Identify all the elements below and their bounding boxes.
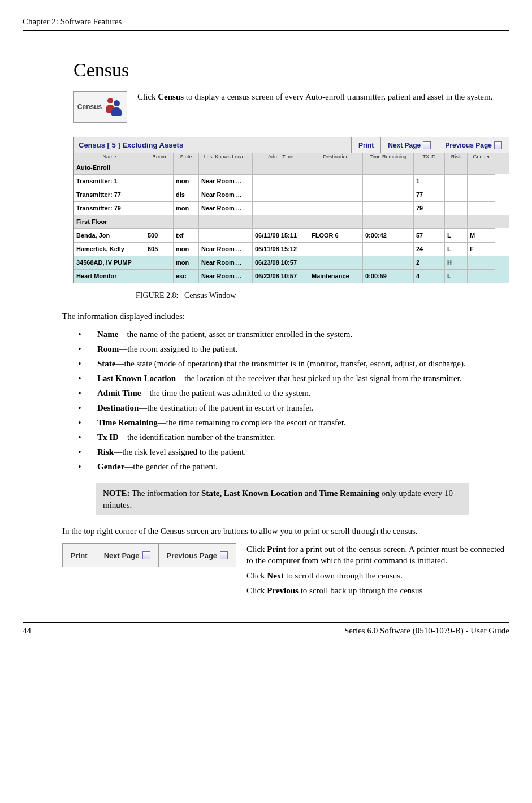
page-footer: 44 Series 6.0 Software (0510-1079-B) - U…: [23, 622, 509, 636]
cell: [309, 161, 362, 174]
table-row[interactable]: Transmitter: 77disNear Room ...77: [74, 188, 509, 201]
print-label: Print: [71, 551, 88, 560]
bullet-bold: Risk: [97, 447, 114, 456]
cell: 500: [145, 228, 173, 242]
bullet-rest: —the risk level assigned to the patient.: [114, 447, 246, 456]
col-name[interactable]: Name: [74, 153, 145, 161]
col-dest[interactable]: Destination: [309, 153, 362, 161]
table-row[interactable]: Heart MonitorescNear Room ...06/23/08 10…: [74, 269, 509, 283]
cell: Benda, Jon: [74, 228, 145, 242]
list-item: Time Remaining—the time remaining to com…: [73, 417, 509, 429]
bullet-rest: —the identification number of the transm…: [119, 433, 275, 442]
cell: [362, 242, 413, 256]
bullet-list: Name—the name of the patient, asset or t…: [73, 329, 509, 473]
cell: 06/11/08 15:11: [252, 228, 309, 242]
list-item: Room—the room assigned to the patient.: [73, 343, 509, 355]
cell: 34568AD, IV PUMP: [74, 256, 145, 269]
cell: Transmitter: 77: [74, 188, 145, 201]
cell: 2: [413, 256, 444, 269]
col-loc[interactable]: Last Known Loca...: [198, 153, 252, 161]
button-strip: Print Next Page Previous Page: [62, 543, 236, 567]
note-label: NOTE:: [103, 489, 130, 498]
cell: dis: [173, 188, 198, 201]
page-icon: [423, 141, 431, 149]
col-txid[interactable]: TX ID: [413, 153, 444, 161]
bullet-bold: Room: [97, 344, 119, 353]
intro-bold: Census: [158, 92, 184, 101]
cell: [467, 201, 495, 215]
note-bold: State, Last Known Location: [201, 489, 302, 498]
cell: [145, 256, 173, 269]
census-window: Census [ 5 ] Excluding Assets Print Next…: [73, 137, 509, 283]
cell: [444, 161, 467, 174]
col-time[interactable]: Time Remaining: [362, 153, 413, 161]
col-state[interactable]: State: [173, 153, 198, 161]
note-pre: The information for: [130, 489, 201, 498]
list-item: Tx ID—the identification number of the t…: [73, 431, 509, 443]
cell: [413, 215, 444, 228]
col-risk[interactable]: Risk: [444, 153, 467, 161]
info-intro: The information displayed includes:: [62, 310, 509, 322]
col-gender[interactable]: Gender: [467, 153, 495, 161]
cell: Transmitter: 79: [74, 201, 145, 215]
note-box: NOTE: The information for State, Last Kn…: [96, 483, 469, 515]
cell: [145, 174, 173, 188]
cell: Near Room ...: [198, 242, 252, 256]
cell: Near Room ...: [198, 201, 252, 215]
cell: [444, 188, 467, 201]
next-page-button[interactable]: Next Page: [380, 137, 438, 153]
cell: 06/23/08 10:57: [252, 269, 309, 283]
cell: Near Room ...: [198, 174, 252, 188]
cell: F: [467, 242, 495, 256]
bullet-rest: —the time remaining to complete the esco…: [158, 418, 346, 427]
print-button[interactable]: Print: [63, 544, 96, 567]
table-row[interactable]: Hamerlick, Kelly605monNear Room ...06/11…: [74, 242, 509, 256]
cell: [309, 256, 362, 269]
table-row[interactable]: 34568AD, IV PUMPmonNear Room ...06/23/08…: [74, 256, 509, 269]
census-window-title: Census [ 5 ] Excluding Assets: [74, 137, 351, 153]
cell: [198, 215, 252, 228]
next-pre: Click: [246, 571, 267, 580]
census-icon-label: Census: [77, 103, 102, 111]
table-row[interactable]: Benda, Jon500txf06/11/08 15:11FLOOR 60:0…: [74, 228, 509, 242]
cell: mon: [173, 201, 198, 215]
cell: [467, 269, 495, 283]
bullet-bold: Destination: [97, 403, 139, 412]
col-admit[interactable]: Admit Time: [252, 153, 309, 161]
section-row-first-floor: First Floor: [74, 215, 509, 228]
next-page-button[interactable]: Next Page: [96, 544, 159, 567]
cell: [362, 215, 413, 228]
cell: Heart Monitor: [74, 269, 145, 283]
page-icon: [142, 551, 150, 559]
bullet-rest: —the name of the patient, asset or trans…: [119, 330, 353, 339]
cell: [467, 215, 495, 228]
cell: [173, 161, 198, 174]
list-item: Risk—the risk level assigned to the pati…: [73, 446, 509, 458]
cell: [145, 215, 173, 228]
census-header-row: Name Room State Last Known Loca... Admit…: [74, 153, 509, 161]
col-room[interactable]: Room: [145, 153, 173, 161]
cell: [362, 174, 413, 188]
cell: [467, 161, 495, 174]
table-row[interactable]: Transmitter: 79monNear Room ...79: [74, 201, 509, 215]
previous-page-button[interactable]: Previous Page: [438, 137, 509, 153]
footer-right: Series 6.0 Software (0510-1079-B) - User…: [344, 626, 509, 636]
cell: 4: [413, 269, 444, 283]
cell: Auto-Enroll: [74, 161, 145, 174]
cell: L: [444, 228, 467, 242]
previous-page-button[interactable]: Previous Page: [159, 544, 236, 567]
print-button[interactable]: Print: [351, 137, 380, 153]
cell: [413, 161, 444, 174]
cell: [252, 188, 309, 201]
cell: [145, 188, 173, 201]
cell: [309, 201, 362, 215]
census-toolbar-icon: Census: [73, 91, 127, 123]
cell: 605: [145, 242, 173, 256]
people-icon: [105, 98, 123, 116]
footer-page-number: 44: [23, 626, 31, 636]
section-row-auto-enroll: Auto-Enroll: [74, 161, 509, 174]
table-row[interactable]: Transmitter: 1monNear Room ...1: [74, 174, 509, 188]
cell: [309, 215, 362, 228]
bullet-rest: —the time the patient was admitted to th…: [141, 388, 310, 398]
cell: mon: [173, 256, 198, 269]
